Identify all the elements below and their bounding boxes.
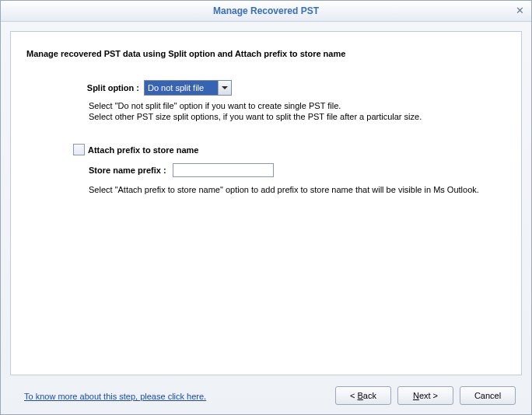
back-button[interactable]: < Back [335, 386, 391, 405]
prefix-input-label: Store name prefix : [89, 166, 166, 175]
prefix-input[interactable] [173, 163, 274, 177]
prefix-checkbox-row: Attach prefix to store name [73, 144, 506, 155]
prefix-checkbox[interactable] [73, 144, 85, 155]
split-help-text: Select "Do not split file" option if you… [89, 100, 506, 122]
chevron-down-icon [218, 81, 231, 95]
split-option-select[interactable]: Do not split file [144, 80, 232, 96]
content-wrapper: Manage recovered PST data using Split op… [1, 22, 531, 414]
split-help-line2: Select other PST size split options, if … [89, 111, 506, 122]
dialog-window: Manage Recovered PST ✕ Manage recovered … [0, 0, 532, 415]
main-panel: Manage recovered PST data using Split op… [10, 31, 522, 375]
window-title: Manage Recovered PST [1, 5, 531, 16]
split-option-row: Split option : Do not split file [73, 80, 506, 96]
page-heading: Manage recovered PST data using Split op… [26, 49, 506, 58]
split-option-value: Do not split file [145, 81, 218, 95]
split-option-label: Split option : [73, 83, 144, 92]
close-icon[interactable]: ✕ [513, 4, 527, 18]
cancel-button[interactable]: Cancel [460, 386, 516, 405]
help-link[interactable]: To know more about this step, please cli… [24, 392, 206, 401]
next-button[interactable]: Next > [397, 386, 453, 405]
split-help-line1: Select "Do not split file" option if you… [89, 100, 506, 111]
title-bar: Manage Recovered PST ✕ [1, 1, 531, 22]
prefix-checkbox-label: Attach prefix to store name [88, 145, 198, 155]
prefix-help-text: Select "Attach prefix to store name" opt… [89, 185, 506, 194]
wizard-buttons: < Back Next > Cancel [335, 386, 516, 405]
prefix-input-row: Store name prefix : [89, 163, 506, 177]
